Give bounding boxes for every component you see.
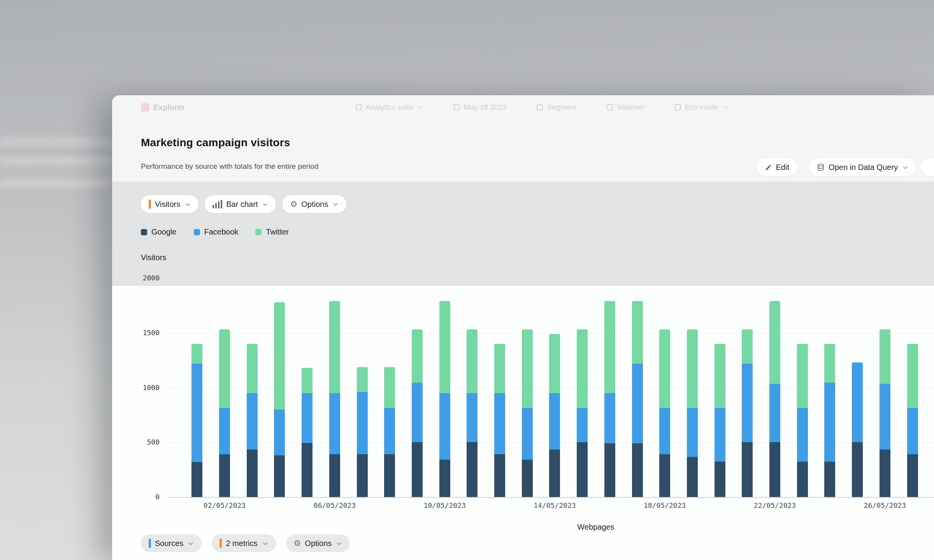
chart-bar[interactable] [852,362,863,497]
chart-bar[interactable] [824,344,835,497]
page-subtitle: Performance by source with totals for th… [141,162,318,171]
bar-segment-facebook [191,364,202,462]
bar-segment-twitter [659,329,670,408]
bar-segment-facebook [357,392,368,454]
chevron-down-icon [902,164,908,170]
bar-segment-twitter [577,329,588,408]
bar-segment-twitter [384,367,395,408]
chevron-down-icon [188,541,194,546]
bar-segment-google [907,454,918,497]
metrics-dropdown[interactable]: 2 metrics [212,534,276,552]
dimension-dropdown[interactable]: Sources [141,534,202,552]
bar-segment-facebook [797,408,808,462]
chart-bar[interactable] [357,367,368,497]
bar-segment-twitter [632,301,643,363]
chevron-down-icon [336,541,342,546]
edit-button[interactable]: Edit [757,158,797,176]
bar-segment-twitter [329,301,340,393]
edit-button-label: Edit [776,163,789,172]
chart-bar[interactable] [880,329,890,497]
bar-segment-google [302,443,313,497]
chart-bar[interactable] [191,344,202,497]
legend-item-twitter[interactable]: Twitter [255,228,289,236]
legend-label: Google [151,228,177,236]
chart-bar[interactable] [467,329,478,497]
bar-segment-facebook [329,393,340,455]
chart-bar[interactable] [632,301,643,497]
chart-bar[interactable] [494,344,505,497]
bar-segment-twitter [467,329,478,393]
chart-controls-bottom: Sources 2 metrics ⚙ Options [141,534,350,552]
chart-bar[interactable] [302,368,313,497]
bar-segment-google [384,454,395,497]
bar-segment-facebook [769,384,780,443]
bar-segment-google [852,442,863,497]
background-streak [0,137,112,147]
chevron-down-icon [262,541,268,546]
chart-bar[interactable] [384,367,395,497]
nav-item-label: Segment [547,103,576,112]
calendar-icon [454,104,460,110]
chart-bar[interactable] [797,344,808,497]
bar-segment-google [742,442,753,497]
open-in-data-query-label: Open in Data Query [829,163,898,172]
chart-bar[interactable] [715,344,725,497]
chart-bar[interactable] [604,301,615,497]
bar-segment-twitter [412,329,423,383]
database-icon [817,163,825,171]
dimension-bar-icon [149,539,151,548]
options-dropdown-bottom[interactable]: ⚙ Options [286,534,350,552]
open-in-data-query-button[interactable]: Open in Data Query [809,158,916,176]
bar-segment-facebook [907,408,918,455]
bar-segment-google [274,455,285,497]
chevron-down-icon [418,105,423,110]
bar-segment-twitter [880,329,890,383]
options-label: Options [305,539,332,548]
bar-segment-facebook [715,408,725,462]
segment-icon [537,104,543,110]
dimension-dropdown-label: Sources [155,539,183,548]
chart-bar[interactable] [219,329,230,497]
bar-segment-facebook [219,408,230,455]
chart-bar[interactable] [659,329,670,497]
chevron-down-icon [333,201,339,207]
chart-bar[interactable] [742,329,753,497]
bar-segment-google [247,450,258,497]
bar-segment-facebook [522,408,533,460]
bar-segment-google [467,442,478,497]
legend-item-google[interactable]: Google [141,228,177,236]
bar-segment-facebook [302,393,313,443]
page-title: Marketing campaign visitors [141,136,290,149]
chart-bar[interactable] [439,301,450,497]
leaf-icon [675,104,681,110]
nav-item-watcher: Watcher [607,103,644,112]
chart-bar[interactable] [577,329,588,497]
chevron-down-icon [723,105,728,110]
chart-bar[interactable] [907,344,918,497]
bar-segment-google [494,454,505,497]
pencil-icon [765,164,772,171]
chart-bar[interactable] [549,334,560,497]
chart-bar[interactable] [274,302,285,497]
chart-bar[interactable] [522,329,533,497]
eye-icon [607,104,613,110]
options-dropdown-top[interactable]: ⚙ Options [282,195,346,213]
bar-segment-facebook [577,408,588,443]
chart-bar[interactable] [412,329,423,497]
bar-segment-facebook [412,383,423,442]
brand-name: Explorer [153,103,185,112]
chart-type-dropdown[interactable]: Bar chart [205,195,276,213]
clipped-edge-button[interactable] [921,158,934,176]
legend-item-facebook[interactable]: Facebook [194,228,239,236]
chart-bar[interactable] [687,329,698,497]
metric-dropdown[interactable]: Visitors [141,195,198,213]
bar-segment-google [549,450,560,497]
chart-bar[interactable] [769,301,780,497]
chevron-down-icon [185,201,191,207]
bar-segment-google [577,442,588,497]
chart-bar[interactable] [247,344,258,497]
gear-icon: ⚙ [294,539,301,548]
chart-bar[interactable] [329,301,340,497]
chevron-down-icon [262,201,268,207]
nav-item-label: Analytics suite [366,103,413,112]
